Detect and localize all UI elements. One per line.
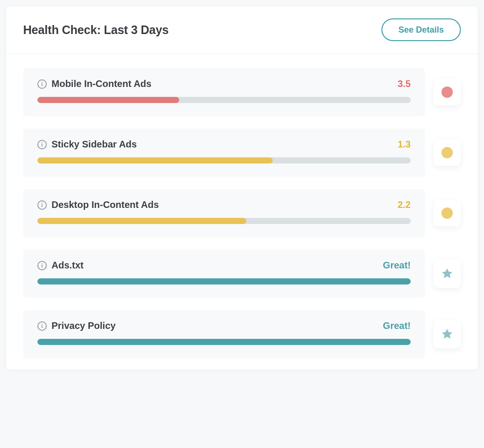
progress-bar xyxy=(37,97,411,103)
progress-bar xyxy=(37,278,411,284)
info-icon[interactable] xyxy=(37,79,47,89)
status-dot-icon xyxy=(441,86,453,98)
see-details-button[interactable]: See Details xyxy=(381,18,461,41)
info-icon[interactable] xyxy=(37,321,47,331)
health-row-left: Privacy Policy xyxy=(37,320,116,331)
status-chip xyxy=(433,79,461,105)
health-row-label: Desktop In-Content Ads xyxy=(52,199,159,210)
health-row-main: Sticky Sidebar Ads 1.3 xyxy=(23,129,425,177)
status-chip xyxy=(433,200,461,226)
health-row-label: Sticky Sidebar Ads xyxy=(52,139,137,150)
card-title: Health Check: Last 3 Days xyxy=(23,23,169,37)
progress-fill xyxy=(37,157,273,164)
health-row-main: Desktop In-Content Ads 2.2 xyxy=(23,189,425,237)
health-row-header: Sticky Sidebar Ads 1.3 xyxy=(37,139,411,150)
health-row-value: 3.5 xyxy=(398,78,411,89)
progress-bar xyxy=(37,157,411,164)
progress-fill xyxy=(37,278,411,284)
health-row-main: Ads.txt Great! xyxy=(23,250,425,298)
rows-list: Mobile In-Content Ads 3.5 Sticky Sidebar… xyxy=(6,54,478,370)
health-row: Privacy Policy Great! xyxy=(23,310,461,358)
health-row-value: Great! xyxy=(383,260,411,271)
health-row-left: Desktop In-Content Ads xyxy=(37,199,159,210)
progress-bar xyxy=(37,218,411,224)
info-icon[interactable] xyxy=(37,261,47,270)
health-row: Sticky Sidebar Ads 1.3 xyxy=(23,129,461,177)
star-icon xyxy=(441,327,454,341)
health-check-card: Health Check: Last 3 Days See Details Mo… xyxy=(6,6,478,370)
health-row-header: Desktop In-Content Ads 2.2 xyxy=(37,199,411,210)
progress-fill xyxy=(37,339,411,345)
status-chip xyxy=(433,139,461,166)
health-row-value: 1.3 xyxy=(398,139,411,150)
health-row: Desktop In-Content Ads 2.2 xyxy=(23,189,461,237)
health-row-label: Ads.txt xyxy=(52,260,84,271)
health-row-header: Privacy Policy Great! xyxy=(37,320,411,331)
card-header: Health Check: Last 3 Days See Details xyxy=(6,6,478,54)
star-icon xyxy=(441,267,454,280)
health-row-header: Mobile In-Content Ads 3.5 xyxy=(37,78,411,89)
health-row-left: Ads.txt xyxy=(37,260,84,271)
health-row-value: 2.2 xyxy=(398,199,411,210)
status-chip xyxy=(433,259,461,288)
progress-fill xyxy=(37,97,179,103)
status-chip xyxy=(433,320,461,348)
progress-fill xyxy=(37,218,246,224)
health-row-left: Sticky Sidebar Ads xyxy=(37,139,137,150)
health-row-header: Ads.txt Great! xyxy=(37,260,411,271)
health-row-value: Great! xyxy=(383,320,411,331)
health-row-label: Privacy Policy xyxy=(52,320,116,331)
health-row-label: Mobile In-Content Ads xyxy=(52,78,151,89)
status-dot-icon xyxy=(441,207,453,219)
health-row-main: Privacy Policy Great! xyxy=(23,310,425,358)
info-icon[interactable] xyxy=(37,200,47,210)
health-row-main: Mobile In-Content Ads 3.5 xyxy=(23,68,425,116)
health-row-left: Mobile In-Content Ads xyxy=(37,78,151,89)
health-row: Mobile In-Content Ads 3.5 xyxy=(23,68,461,116)
info-icon[interactable] xyxy=(37,140,47,149)
status-dot-icon xyxy=(441,147,453,158)
progress-bar xyxy=(37,339,411,345)
health-row: Ads.txt Great! xyxy=(23,250,461,298)
